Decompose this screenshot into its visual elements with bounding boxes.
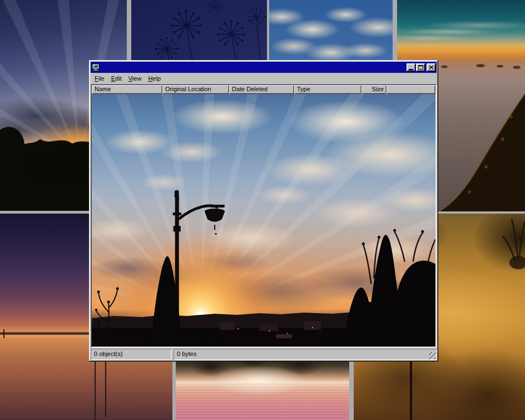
window-titlebar[interactable] <box>91 62 437 73</box>
column-header-name[interactable]: Name <box>92 85 162 94</box>
column-headers: Name Original Location Date Deleted Type… <box>92 85 435 94</box>
computer-icon <box>92 63 100 71</box>
list-view: Name Original Location Date Deleted Type… <box>91 84 437 348</box>
minimize-icon <box>409 69 413 70</box>
desktop: File Edit View Help Name Original Locati… <box>0 0 525 420</box>
menu-view[interactable]: View <box>125 74 145 83</box>
column-header-original-location[interactable]: Original Location <box>162 85 229 94</box>
menu-help[interactable]: Help <box>145 74 164 83</box>
silhouette-landscape-graphic <box>92 94 435 347</box>
recycle-bin-window: File Edit View Help Name Original Locati… <box>89 60 438 362</box>
status-total-size: 0 bytes <box>174 349 437 360</box>
water-pole <box>3 329 4 338</box>
maximize-button[interactable] <box>416 63 425 71</box>
column-header-date-deleted[interactable]: Date Deleted <box>229 85 294 94</box>
maximize-icon <box>418 65 423 70</box>
status-bar: 0 object(s) 0 bytes <box>91 349 437 360</box>
menu-file[interactable]: File <box>91 74 108 83</box>
minimize-button[interactable] <box>407 63 415 71</box>
status-object-count: 0 object(s) <box>91 349 171 360</box>
column-header-size[interactable]: Size <box>361 85 387 94</box>
list-background-sunset-photo[interactable] <box>92 94 435 347</box>
column-header-filler[interactable] <box>387 85 435 94</box>
column-header-type[interactable]: Type <box>294 85 361 94</box>
resize-grip[interactable] <box>429 352 436 359</box>
menu-edit[interactable]: Edit <box>108 74 125 83</box>
menu-bar: File Edit View Help <box>91 73 437 84</box>
close-icon <box>429 65 434 70</box>
water-ripples <box>176 383 349 420</box>
close-button[interactable] <box>427 63 435 71</box>
